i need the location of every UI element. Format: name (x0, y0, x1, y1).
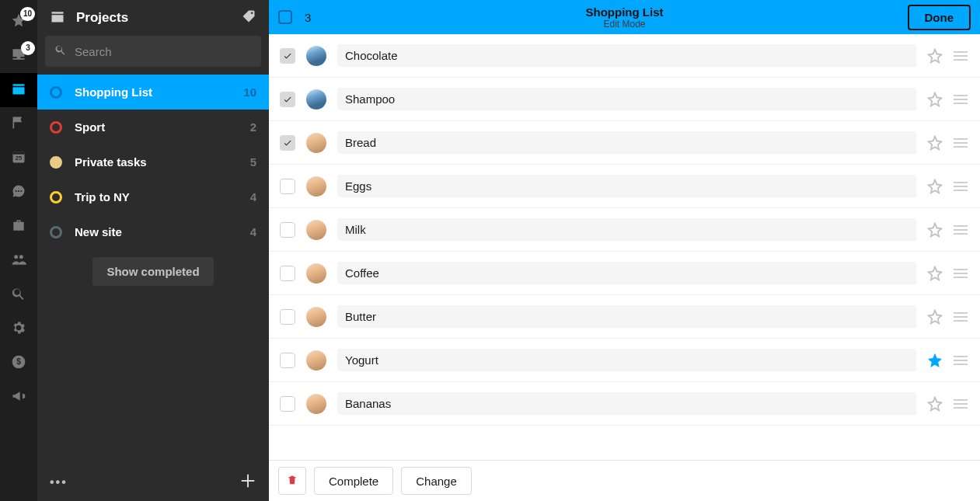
drag-handle[interactable] (954, 399, 969, 409)
star-toggle[interactable] (927, 48, 943, 64)
star-toggle[interactable] (927, 396, 943, 412)
add-project-button[interactable] (239, 472, 256, 492)
svg-point-3 (16, 190, 17, 192)
task-row: Butter (269, 295, 980, 339)
drag-handle[interactable] (954, 51, 969, 61)
rail-gear[interactable] (0, 312, 37, 346)
svg-point-5 (20, 190, 22, 192)
project-row[interactable]: Trip to NY4 (37, 179, 269, 214)
star-toggle[interactable] (927, 309, 943, 325)
task-title[interactable]: Chocolate (337, 44, 916, 67)
project-color-dot (50, 156, 62, 169)
project-name: Sport (75, 120, 238, 134)
rail-search[interactable] (0, 278, 37, 312)
project-color-dot (50, 191, 62, 204)
task-checkbox[interactable] (280, 309, 295, 325)
project-row[interactable]: Shopping List10 (37, 75, 269, 110)
star-toggle[interactable] (927, 266, 943, 281)
project-list: Shopping List10Sport2Private tasks5Trip … (37, 75, 269, 246)
select-all-checkbox[interactable] (278, 10, 292, 24)
complete-button[interactable]: Complete (314, 467, 393, 495)
rail-suitcase[interactable] (0, 210, 37, 244)
svg-point-4 (18, 190, 19, 192)
project-row[interactable]: Sport2 (37, 110, 269, 144)
task-list: ChocolateShampooBreadEggsMilkCoffeeButte… (269, 34, 980, 460)
star-toggle[interactable] (927, 179, 943, 194)
drag-handle[interactable] (954, 182, 969, 191)
assignee-avatar[interactable] (306, 220, 326, 240)
rail-people[interactable] (0, 244, 37, 278)
task-checkbox[interactable] (280, 179, 295, 194)
task-checkbox[interactable] (280, 396, 295, 412)
show-completed-button[interactable]: Show completed (92, 257, 213, 286)
project-row[interactable]: Private tasks5 (37, 144, 269, 179)
assignee-avatar[interactable] (306, 133, 326, 153)
assignee-avatar[interactable] (306, 89, 326, 110)
task-checkbox[interactable] (280, 266, 295, 281)
svg-text:$: $ (16, 357, 21, 366)
task-row: Eggs (269, 165, 980, 208)
sidebar-footer: ••• (37, 464, 269, 501)
drag-handle[interactable] (954, 225, 969, 235)
search-icon (11, 286, 26, 304)
task-checkbox[interactable] (280, 353, 295, 368)
star-toggle[interactable] (927, 135, 943, 151)
more-menu-button[interactable]: ••• (50, 475, 68, 489)
projects-icon (50, 9, 65, 27)
task-title[interactable]: Milk (337, 218, 916, 241)
people-icon (11, 252, 26, 270)
task-checkbox[interactable] (280, 48, 295, 64)
svg-point-10 (251, 12, 253, 15)
drag-handle[interactable] (954, 95, 969, 104)
task-row: Shampoo (269, 78, 980, 121)
project-color-dot (50, 86, 62, 99)
assignee-avatar[interactable] (306, 394, 326, 414)
rail-dollar[interactable]: $ (0, 346, 37, 381)
project-count: 10 (243, 85, 256, 99)
rail-megaphone[interactable] (0, 381, 37, 415)
rail-calendar[interactable]: 25 (0, 141, 37, 176)
drag-handle[interactable] (954, 269, 969, 278)
assignee-avatar[interactable] (306, 350, 326, 371)
rail-flag[interactable] (0, 107, 37, 141)
task-title[interactable]: Eggs (337, 175, 916, 197)
delete-button[interactable] (278, 467, 306, 495)
task-checkbox[interactable] (280, 135, 295, 151)
star-toggle[interactable] (927, 353, 943, 368)
drag-handle[interactable] (954, 312, 969, 322)
rail-inbox[interactable]: 3 (0, 39, 37, 73)
drag-handle[interactable] (954, 356, 969, 365)
task-title[interactable]: Shampoo (337, 88, 916, 110)
sidebar-title: Projects (76, 10, 230, 26)
svg-point-6 (14, 255, 18, 259)
tag-icon[interactable] (241, 9, 256, 27)
done-button[interactable]: Done (908, 5, 971, 30)
star-toggle[interactable] (927, 92, 943, 107)
task-row: Yogurt (269, 339, 980, 382)
rail-projects[interactable] (0, 73, 37, 107)
task-row: Bananas (269, 382, 980, 426)
task-title[interactable]: Bananas (337, 392, 916, 415)
project-color-dot (50, 121, 62, 134)
rail-star[interactable]: 10 (0, 5, 37, 39)
task-title[interactable]: Butter (337, 305, 916, 328)
drag-handle[interactable] (954, 138, 969, 148)
assignee-avatar[interactable] (306, 46, 326, 66)
sidebar: Projects Shopping List10Sport2Private ta… (37, 0, 269, 501)
assignee-avatar[interactable] (306, 307, 326, 327)
task-checkbox[interactable] (280, 92, 295, 107)
rail-chat[interactable] (0, 176, 37, 210)
star-toggle[interactable] (927, 222, 943, 238)
project-row[interactable]: New site4 (37, 214, 269, 246)
main: 3 Shopping List Edit Mode Done Chocolate… (269, 0, 980, 501)
search-input[interactable] (75, 45, 252, 58)
search-field[interactable] (45, 36, 261, 67)
assignee-avatar[interactable] (306, 263, 326, 284)
task-title[interactable]: Yogurt (337, 349, 916, 371)
task-title[interactable]: Bread (337, 131, 916, 154)
gear-icon (11, 320, 26, 339)
task-title[interactable]: Coffee (337, 262, 916, 284)
task-checkbox[interactable] (280, 222, 295, 238)
assignee-avatar[interactable] (306, 176, 326, 197)
change-button[interactable]: Change (401, 467, 472, 495)
